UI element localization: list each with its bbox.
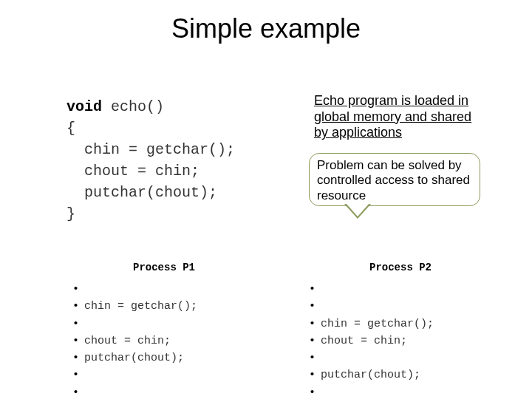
slide-title: Simple example [0, 0, 532, 44]
code-line-3: chin = getchar(); [66, 139, 235, 160]
annotation-shared-memory: Echo program is loaded in global memory … [314, 93, 484, 141]
list-item [309, 298, 434, 315]
list-item [72, 384, 197, 400]
process2-list: chin = getchar(); chout = chin; putchar(… [309, 281, 434, 399]
list-item [309, 384, 434, 400]
process1-list: chin = getchar(); chout = chin; putchar(… [72, 281, 197, 399]
list-item [309, 349, 434, 366]
process1-header: Process P1 [133, 262, 195, 273]
list-item [72, 316, 197, 332]
code-line-4: chout = chin; [66, 160, 235, 182]
code-line-2: { [66, 117, 235, 139]
echo-code: void echo() { chin = getchar(); chout = … [66, 96, 235, 225]
list-item: putchar(chout); [309, 366, 434, 383]
callout-tail-inner [346, 203, 369, 216]
list-item: putchar(chout); [72, 349, 197, 366]
content-area: void echo() { chin = getchar(); chout = … [0, 44, 532, 399]
list-item [309, 281, 434, 298]
code-line-1: void echo() [66, 96, 235, 117]
list-item: chout = chin; [309, 332, 434, 349]
code-line-5: putchar(chout); [66, 182, 235, 203]
callout-solution: Problem can be solved by controlled acce… [309, 153, 480, 206]
list-item: chin = getchar(); [309, 316, 434, 332]
callout-text: Problem can be solved by controlled acce… [317, 158, 470, 202]
list-item: chin = getchar(); [72, 298, 197, 315]
code-line-6: } [66, 203, 235, 225]
list-item [72, 366, 197, 383]
list-item: chout = chin; [72, 332, 197, 349]
process2-header: Process P2 [369, 262, 432, 273]
list-item [72, 281, 197, 298]
